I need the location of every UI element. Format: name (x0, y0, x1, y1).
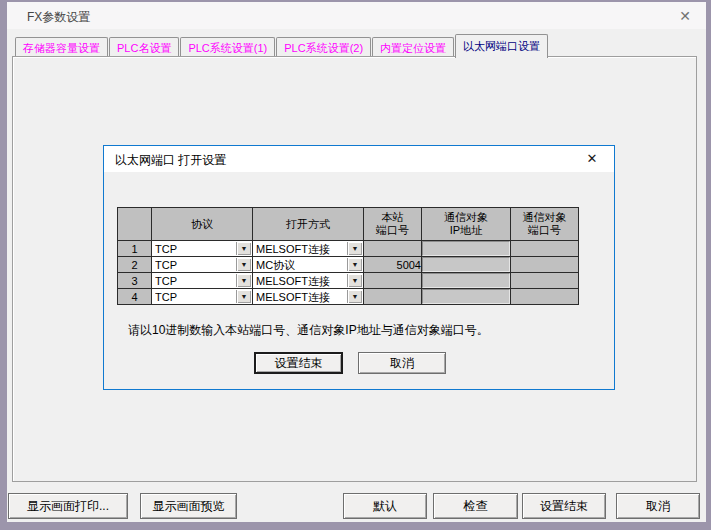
target-ip-cell (422, 241, 511, 257)
open-settings-table: 协议 打开方式 本站端口号 通信对象IP地址 通信对象端口号 1 TCP▼ ME… (117, 207, 579, 305)
target-ip-cell (422, 257, 511, 273)
dialog-titlebar[interactable]: 以太网端口 打开设置 ✕ (104, 146, 614, 172)
target-port-cell (511, 241, 579, 257)
target-port-cell (511, 273, 579, 289)
table-header-row: 协议 打开方式 本站端口号 通信对象IP地址 通信对象端口号 (118, 208, 579, 241)
tab-builtin-positioning[interactable]: 内置定位设置 (372, 37, 454, 58)
table-row: 4 TCP▼ MELSOFT连接▼ (118, 289, 579, 305)
header-target-ip: 通信对象IP地址 (422, 208, 511, 241)
dialog-settings-end-button[interactable]: 设置结束 (254, 352, 343, 374)
protocol-select[interactable]: TCP▼ (152, 273, 253, 289)
disabled-ip-field (422, 241, 510, 256)
row-number: 2 (118, 257, 152, 273)
tab-ethernet-port[interactable]: 以太网端口设置 (455, 34, 548, 58)
header-local-port: 本站端口号 (364, 208, 422, 241)
open-method-select[interactable]: MC协议▼ (253, 257, 364, 273)
ethernet-open-settings-dialog: 以太网端口 打开设置 ✕ 协议 打开方式 本站端口号 通信对象IP地址 通信对象… (103, 145, 615, 390)
row-number: 3 (118, 273, 152, 289)
chevron-down-icon[interactable]: ▼ (347, 242, 362, 255)
tab-strip: 存储器容量设置 PLC名设置 PLC系统设置(1) PLC系统设置(2) 内置定… (15, 34, 549, 58)
chevron-down-icon[interactable]: ▼ (347, 274, 362, 287)
tab-plc-system-2[interactable]: PLC系统设置(2) (276, 37, 371, 58)
table-row: 2 TCP▼ MC协议▼ 5004 (118, 257, 579, 273)
tab-plc-name[interactable]: PLC名设置 (109, 37, 179, 58)
local-port-cell (364, 241, 422, 257)
tab-memory-capacity[interactable]: 存储器容量设置 (15, 37, 108, 58)
cancel-button[interactable]: 取消 (616, 493, 700, 519)
chevron-down-icon[interactable]: ▼ (347, 290, 362, 303)
settings-end-button[interactable]: 设置结束 (522, 493, 606, 519)
target-port-cell (511, 289, 579, 305)
header-target-port: 通信对象端口号 (511, 208, 579, 241)
table-row: 1 TCP▼ MELSOFT连接▼ (118, 241, 579, 257)
chevron-down-icon[interactable]: ▼ (236, 258, 251, 271)
window-titlebar[interactable]: FX参数设置 ✕ (7, 2, 706, 29)
default-button[interactable]: 默认 (343, 493, 427, 519)
open-method-select[interactable]: MELSOFT连接▼ (253, 289, 364, 305)
dialog-title: 以太网端口 打开设置 (115, 152, 226, 169)
open-method-select[interactable]: MELSOFT连接▼ (253, 273, 364, 289)
print-screen-button[interactable]: 显示画面打印... (8, 493, 128, 519)
table-row: 3 TCP▼ MELSOFT连接▼ (118, 273, 579, 289)
target-ip-cell (422, 273, 511, 289)
chevron-down-icon[interactable]: ▼ (236, 290, 251, 303)
header-corner (118, 208, 152, 241)
chevron-down-icon[interactable]: ▼ (347, 258, 362, 271)
chevron-down-icon[interactable]: ▼ (236, 274, 251, 287)
target-ip-cell (422, 289, 511, 305)
header-open-method: 打开方式 (253, 208, 364, 241)
local-port-cell (364, 273, 422, 289)
decimal-note-text: 请以10进制数输入本站端口号、通信对象IP地址与通信对象端口号。 (128, 322, 489, 339)
local-port-cell (364, 289, 422, 305)
target-port-cell (511, 257, 579, 273)
header-protocol: 协议 (152, 208, 253, 241)
fx-parameter-window: FX参数设置 ✕ 存储器容量设置 PLC名设置 PLC系统设置(1) PLC系统… (0, 0, 711, 530)
row-number: 1 (118, 241, 152, 257)
protocol-select[interactable]: TCP▼ (152, 257, 253, 273)
chevron-down-icon[interactable]: ▼ (236, 242, 251, 255)
check-button[interactable]: 检查 (433, 493, 518, 519)
dialog-close-icon[interactable]: ✕ (582, 149, 602, 169)
dialog-cancel-button[interactable]: 取消 (358, 352, 446, 374)
local-port-input[interactable]: 5004 (364, 257, 422, 273)
disabled-ip-field (422, 289, 510, 304)
open-method-select[interactable]: MELSOFT连接▼ (253, 241, 364, 257)
window-close-icon[interactable]: ✕ (674, 6, 696, 26)
disabled-ip-field (422, 257, 510, 272)
preview-screen-button[interactable]: 显示画面预览 (140, 493, 237, 519)
tab-plc-system-1[interactable]: PLC系统设置(1) (180, 37, 275, 58)
protocol-select[interactable]: TCP▼ (152, 289, 253, 305)
disabled-ip-field (422, 273, 510, 288)
window-title: FX参数设置 (27, 9, 90, 26)
row-number: 4 (118, 289, 152, 305)
protocol-select[interactable]: TCP▼ (152, 241, 253, 257)
